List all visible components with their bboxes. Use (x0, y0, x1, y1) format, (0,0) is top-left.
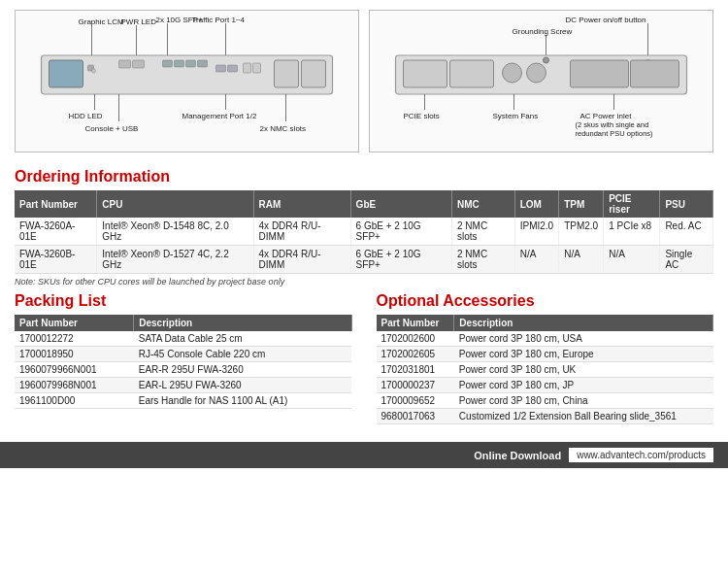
svg-rect-27 (404, 60, 447, 87)
packing-cell: RJ-45 Console Cable 220 cm (134, 347, 351, 362)
svg-rect-28 (450, 60, 494, 87)
packing-cell: 1700018950 (15, 347, 134, 362)
label-grounding: Grounding Screw (513, 27, 573, 36)
accessories-cell: 1702002605 (377, 347, 454, 362)
svg-rect-9 (133, 60, 145, 68)
accessories-row: 1702002600Power cord 3P 180 cm, USA (377, 331, 713, 347)
packing-col-desc: Description (134, 315, 351, 331)
label-system-fans: System Fans (493, 112, 539, 120)
label-hdd-led-bottom: HDD LED (69, 112, 103, 120)
svg-rect-12 (186, 60, 196, 67)
label-ac-power-detail: (2 skus with single and (576, 120, 649, 129)
accessories-cell: Power cord 3P 180 cm, China (454, 393, 713, 409)
accessories-cell: 1700009652 (377, 393, 454, 409)
acc-col-desc: Description (454, 315, 713, 331)
col-pcie-riser: PCIE riser (604, 190, 660, 218)
col-part-number: Part Number (15, 190, 97, 218)
packing-row: 1961100D00Ears Handle for NAS 1100 AL (A… (15, 393, 351, 409)
footer-label: Online Download (474, 450, 561, 461)
accessories-cell: Power cord 3P 180 cm, USA (454, 331, 713, 347)
packing-row: 1960079968N001EAR-L 295U FWA-3260 (15, 378, 351, 393)
label-graphic-lcm: Graphic LCM (79, 17, 124, 26)
packing-cell: Ears Handle for NAS 1100 AL (A1) (134, 393, 351, 409)
ordering-cell: IPMI2.0 (514, 218, 558, 246)
ordering-cell: 4x DDR4 R/U-DIMM (253, 246, 350, 274)
label-dc-power: DC Power on/off button (566, 16, 646, 24)
packing-table: Part Number Description 1700012272SATA D… (15, 315, 352, 409)
footer-url: www.advantech.com/products (569, 448, 713, 462)
accessories-row: 1702031801Power cord 3P 180 cm, UK (377, 362, 713, 378)
label-traffic-port: Traffic Port 1~4 (192, 16, 246, 24)
back-panel-svg: DC Power on/off button Grounding Screw P… (374, 15, 709, 146)
label-console-usb: Console + USB (85, 124, 139, 133)
label-nmc-slots: 2x NMC slots (260, 124, 307, 133)
ordering-cell: 2 NMC slots (452, 218, 515, 246)
accessories-cell: Power cord 3P 180 cm, UK (454, 362, 713, 378)
svg-point-31 (544, 57, 549, 63)
accessories-table: Part Number Description 1702002600Power … (377, 315, 714, 424)
svg-rect-8 (119, 60, 131, 68)
svg-rect-11 (175, 60, 184, 67)
col-lom: LOM (514, 190, 558, 218)
two-col-section: Packing List Part Number Description 170… (0, 292, 728, 432)
label-pcie-slots: PCIE slots (404, 112, 440, 120)
back-panel-diagram: DC Power on/off button Grounding Screw P… (369, 10, 713, 152)
ordering-cell: Intel® Xeon® D-1527 4C, 2.2 GHz (97, 246, 253, 274)
front-panel-svg: Graphic LCM PWR LED 2x 10G SFP+ Traffic … (19, 15, 354, 146)
svg-rect-19 (302, 60, 326, 87)
accessories-cell: 1700000237 (377, 378, 454, 393)
ordering-cell: 6 GbE + 2 10G SFP+ (350, 246, 451, 274)
accessories-cell: 1702031801 (377, 362, 454, 378)
ordering-cell: N/A (604, 246, 660, 274)
packing-cell: SATA Data Cable 25 cm (134, 331, 351, 347)
svg-rect-34 (631, 60, 679, 87)
packing-header-row: Part Number Description (15, 315, 351, 331)
svg-rect-16 (244, 63, 251, 73)
packing-row: 1960079966N001EAR-R 295U FWA-3260 (15, 362, 351, 378)
ordering-cell: N/A (514, 246, 558, 274)
svg-point-7 (92, 69, 96, 73)
accessories-row: 1700000237Power cord 3P 180 cm, JP (377, 378, 713, 393)
ordering-cell: FWA-3260B-01E (15, 246, 97, 274)
footer-bar: Online Download www.advantech.com/produc… (0, 442, 728, 468)
ordering-cell: Single AC (660, 246, 713, 274)
col-nmc: NMC (452, 190, 515, 218)
label-ac-power: AC Power inlet (580, 112, 633, 120)
col-psu: PSU (660, 190, 713, 218)
packing-cell: EAR-L 295U FWA-3260 (134, 378, 351, 393)
accessories-title: Optional Accessories (377, 292, 714, 310)
svg-rect-15 (228, 65, 238, 72)
packing-row: 1700012272SATA Data Cable 25 cm (15, 331, 351, 347)
ordering-cell: N/A (559, 246, 604, 274)
packing-cell: 1961100D00 (15, 393, 134, 409)
packing-cell: 1700012272 (15, 331, 134, 347)
packing-col-part: Part Number (15, 315, 134, 331)
svg-rect-14 (216, 65, 226, 72)
ordering-row: FWA-3260B-01EIntel® Xeon® D-1527 4C, 2.2… (15, 246, 713, 274)
accessories-col: Optional Accessories Part Number Descrip… (367, 292, 714, 424)
label-pwr-led: PWR LED (121, 17, 157, 26)
accessories-row: 1702002605Power cord 3P 180 cm, Europe (377, 347, 713, 362)
ordering-cell: 6 GbE + 2 10G SFP+ (350, 218, 451, 246)
ordering-cell: 4x DDR4 R/U-DIMM (253, 218, 350, 246)
ordering-row: FWA-3260A-01EIntel® Xeon® D-1548 8C, 2.0… (15, 218, 713, 246)
svg-rect-10 (163, 60, 173, 67)
packing-title: Packing List (15, 292, 352, 310)
packing-row: 1700018950RJ-45 Console Cable 220 cm (15, 347, 351, 362)
acc-col-part: Part Number (377, 315, 454, 331)
accessories-cell: Power cord 3P 180 cm, JP (454, 378, 713, 393)
ordering-cell: Red. AC (660, 218, 713, 246)
accessories-header-row: Part Number Description (377, 315, 713, 331)
svg-rect-17 (253, 63, 261, 73)
svg-rect-18 (275, 60, 299, 87)
label-ac-power-detail2: redundant PSU options) (576, 129, 654, 138)
packing-cell: 1960079968N001 (15, 378, 134, 393)
svg-rect-33 (571, 60, 629, 87)
front-panel-diagram: Graphic LCM PWR LED 2x 10G SFP+ Traffic … (15, 10, 359, 152)
ordering-note: Note: SKUs for other CPU cores will be l… (15, 277, 713, 287)
accessories-row: 1700009652Power cord 3P 180 cm, China (377, 393, 713, 409)
ordering-title: Ordering Information (15, 168, 713, 186)
svg-rect-13 (198, 60, 208, 67)
svg-rect-30 (527, 63, 546, 83)
accessories-cell: 9680017063 (377, 409, 454, 424)
